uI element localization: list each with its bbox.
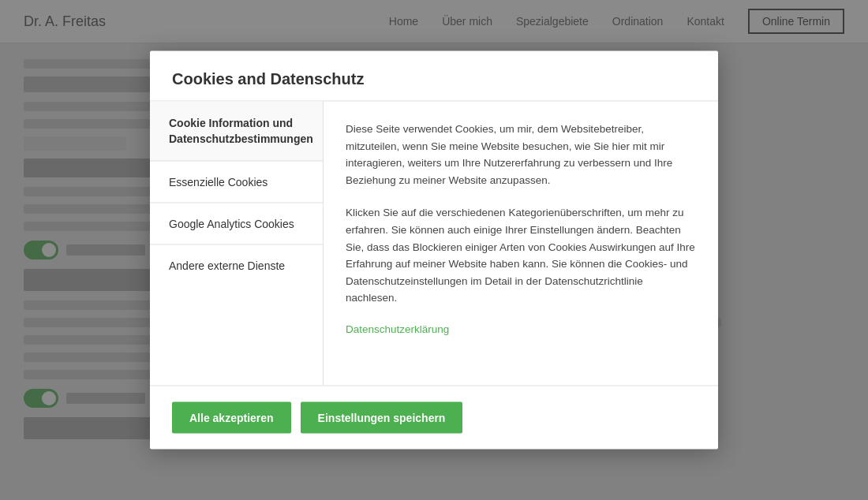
modal-header: Cookies and Datenschutz: [150, 51, 718, 102]
sidebar-item-externe[interactable]: Andere externe Dienste: [150, 245, 323, 286]
modal-sidebar: Cookie Information und Datenschutzbestim…: [150, 102, 324, 386]
save-settings-button[interactable]: Einstellungen speichern: [301, 402, 463, 434]
cookie-modal: Cookies and Datenschutz Cookie Informati…: [150, 51, 718, 450]
modal-content-area: Diese Seite verwendet Cookies, um mir, d…: [324, 102, 718, 386]
modal-paragraph-1: Diese Seite verwendet Cookies, um mir, d…: [346, 121, 696, 188]
datenschutz-link[interactable]: Datenschutzerklärung: [346, 323, 449, 334]
modal-footer: Alle akzeptieren Einstellungen speichern: [150, 386, 718, 450]
sidebar-item-info[interactable]: Cookie Information und Datenschutzbestim…: [150, 102, 323, 162]
modal-title: Cookies and Datenschutz: [172, 70, 364, 88]
sidebar-item-analytics[interactable]: Google Analytics Cookies: [150, 203, 323, 245]
sidebar-item-essenzielle[interactable]: Essenzielle Cookies: [150, 162, 323, 203]
modal-paragraph-2: Klicken Sie auf die verschiedenen Katego…: [346, 204, 696, 307]
accept-all-button[interactable]: Alle akzeptieren: [172, 402, 291, 434]
modal-body: Cookie Information und Datenschutzbestim…: [150, 102, 718, 386]
